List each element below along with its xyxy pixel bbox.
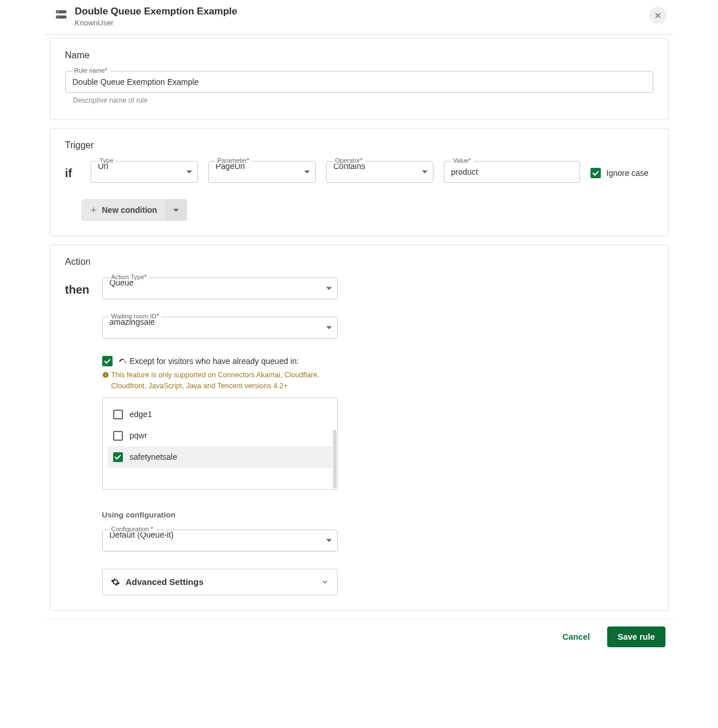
chevron-down-icon bbox=[173, 209, 179, 212]
plus-icon bbox=[89, 206, 98, 214]
list-item[interactable]: safetynetsale bbox=[107, 446, 332, 468]
name-section: Name Rule name* Descriptive name of rule bbox=[50, 38, 669, 120]
checkbox-icon bbox=[113, 431, 123, 441]
bypass-icon bbox=[118, 357, 128, 365]
if-label: if bbox=[65, 161, 80, 180]
list-item-label: safetynetsale bbox=[130, 452, 178, 461]
advanced-settings-toggle[interactable]: Advanced Settings bbox=[102, 569, 338, 595]
using-config-heading: Using configuration bbox=[102, 511, 338, 519]
operator-select[interactable]: Contains bbox=[326, 161, 433, 183]
modal-title: Double Queue Exemption Example bbox=[75, 6, 238, 17]
rule-name-helper: Descriptive name of rule bbox=[73, 96, 653, 104]
checkbox-icon bbox=[590, 168, 601, 178]
checkbox-icon bbox=[113, 452, 123, 462]
rooms-listbox[interactable]: edge1 pqwr safetynetsale bbox=[102, 397, 338, 490]
checkbox-icon bbox=[113, 410, 123, 419]
action-section: Action then Action Type* Queue Waiting r… bbox=[50, 245, 669, 611]
modal-footer: Cancel Save rule bbox=[45, 619, 674, 652]
advanced-settings-label: Advanced Settings bbox=[126, 577, 204, 587]
new-condition-dropdown[interactable] bbox=[165, 199, 187, 221]
rule-name-label: Rule name* bbox=[72, 67, 110, 74]
new-condition-button[interactable]: New condition bbox=[81, 199, 166, 221]
type-select[interactable]: Url bbox=[91, 161, 198, 183]
rule-editor-modal: Double Queue Exemption Example KnownUser… bbox=[45, 0, 674, 652]
new-condition-label: New condition bbox=[102, 205, 158, 215]
close-button[interactable] bbox=[649, 7, 667, 24]
waiting-room-label: Waiting room ID* bbox=[109, 313, 162, 320]
ignore-case-checkbox[interactable]: Ignore case bbox=[590, 168, 649, 178]
parameter-label: Parameter* bbox=[215, 157, 252, 164]
operator-label: Operator* bbox=[333, 157, 365, 164]
value-label: Value* bbox=[451, 157, 474, 164]
info-icon bbox=[102, 371, 109, 378]
list-item[interactable]: edge1 bbox=[107, 404, 332, 425]
svg-point-3 bbox=[57, 17, 58, 18]
action-type-select[interactable]: Queue bbox=[102, 277, 338, 299]
value-input[interactable] bbox=[444, 161, 580, 183]
config-select[interactable]: Default (Queue-it) bbox=[102, 530, 338, 551]
trigger-heading: Trigger bbox=[65, 140, 653, 151]
list-item-label: pqwr bbox=[130, 431, 147, 440]
name-heading: Name bbox=[65, 50, 653, 61]
modal-subtitle: KnownUser bbox=[75, 18, 238, 27]
feature-note: This feature is only supported on Connec… bbox=[102, 370, 338, 392]
action-heading: Action bbox=[65, 257, 653, 267]
except-checkbox[interactable] bbox=[102, 356, 113, 366]
svg-point-6 bbox=[105, 373, 106, 374]
server-icon bbox=[53, 8, 69, 24]
close-icon bbox=[654, 12, 662, 20]
action-type-label: Action Type* bbox=[109, 273, 149, 280]
save-rule-button[interactable]: Save rule bbox=[607, 626, 665, 647]
config-label: Configuration * bbox=[109, 526, 156, 532]
waiting-room-select[interactable]: amazingsale bbox=[102, 317, 338, 339]
cancel-button[interactable]: Cancel bbox=[554, 626, 598, 647]
chevron-down-icon bbox=[321, 578, 329, 586]
modal-header: Double Queue Exemption Example KnownUser bbox=[45, 0, 674, 35]
parameter-select[interactable]: PageUrl bbox=[208, 161, 316, 183]
then-label: then bbox=[65, 277, 94, 297]
gear-icon bbox=[111, 577, 120, 587]
list-item-label: edge1 bbox=[130, 410, 152, 419]
type-label: Type bbox=[98, 157, 116, 164]
svg-point-2 bbox=[57, 12, 58, 13]
trigger-section: Trigger if Type Url Parameter* PageUrl bbox=[50, 128, 669, 237]
rule-name-input[interactable] bbox=[65, 71, 653, 93]
svg-rect-5 bbox=[105, 374, 106, 377]
ignore-case-label: Ignore case bbox=[607, 168, 649, 178]
except-label: Except for visitors who have already que… bbox=[130, 357, 299, 366]
list-item[interactable]: pqwr bbox=[107, 425, 332, 446]
